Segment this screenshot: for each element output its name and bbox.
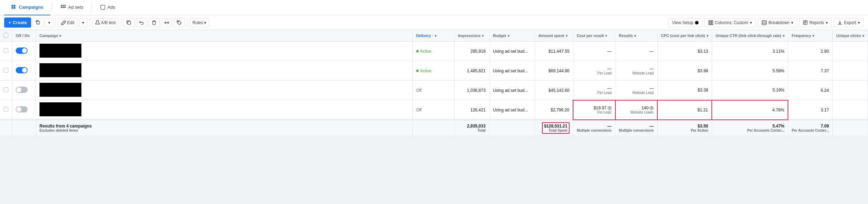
view-setup-button[interactable]: View Setup bbox=[668, 18, 702, 27]
export-button[interactable]: Export ▾ bbox=[834, 18, 864, 27]
row1-toggle-switch[interactable] bbox=[16, 48, 28, 54]
ads-icon bbox=[100, 5, 105, 10]
tag-button[interactable] bbox=[174, 18, 185, 27]
summary-freq-sub: Per Accounts Center... bbox=[792, 129, 829, 132]
row2-cpc: $3.98 bbox=[657, 61, 712, 81]
col-frequency[interactable]: Frequency ▾ bbox=[788, 30, 832, 42]
reports-label: Reports bbox=[809, 20, 824, 25]
row3-toggle[interactable] bbox=[12, 81, 36, 100]
summary-amount-sub: Total Spent bbox=[544, 129, 567, 132]
columns-button[interactable]: Columns: Custom ▾ bbox=[704, 18, 756, 27]
col-amount-spent[interactable]: Amount spent ▾ bbox=[535, 30, 573, 42]
row2-campaign-image bbox=[39, 63, 81, 77]
col-delivery[interactable]: Delivery ↑ ▾ bbox=[412, 30, 454, 42]
col-unique-clicks[interactable]: Unique clicks ▾ bbox=[833, 30, 868, 42]
summary-cost-val: — bbox=[607, 124, 612, 129]
select-all-checkbox[interactable] bbox=[3, 33, 8, 38]
copy-button[interactable] bbox=[123, 18, 135, 27]
info-icon-2 bbox=[650, 106, 653, 110]
summary-checkbox bbox=[0, 120, 12, 136]
plus-icon: + bbox=[8, 20, 11, 25]
svg-rect-1 bbox=[14, 5, 15, 7]
col-impressions[interactable]: Impressions ▾ bbox=[454, 30, 489, 42]
flask-icon bbox=[95, 20, 100, 25]
toolbar: + Create ▾ Edit ▾ A/B test bbox=[0, 15, 868, 30]
impressions-col-arrow: ▾ bbox=[482, 34, 484, 38]
row2-toggle[interactable] bbox=[12, 61, 36, 81]
row4-ctr-val: 4.78% bbox=[772, 108, 784, 112]
row4-checkbox-input[interactable] bbox=[3, 107, 8, 112]
breakdown-button[interactable]: Breakdown ▾ bbox=[758, 18, 797, 27]
nav-tab-ads[interactable]: Ads bbox=[93, 0, 122, 15]
row4-toggle-switch[interactable] bbox=[16, 106, 28, 112]
grid-icon bbox=[11, 5, 17, 10]
row1-impressions-val: 285,918 bbox=[470, 49, 485, 54]
summary-amount-val: $128,531.21 bbox=[544, 124, 567, 129]
row1-budget: Using ad set bud... bbox=[489, 42, 535, 61]
download-icon bbox=[838, 20, 842, 25]
active-dot-2 bbox=[416, 70, 419, 72]
abtest-button[interactable]: A/B test bbox=[92, 18, 119, 27]
create-button[interactable]: + Create bbox=[4, 17, 31, 28]
duplicate-button[interactable] bbox=[32, 18, 44, 27]
reports-button[interactable]: Reports ▾ bbox=[799, 18, 832, 27]
summary-amount: $128,531.21 Total Spent bbox=[535, 120, 573, 136]
move-button[interactable] bbox=[161, 18, 172, 27]
row1-results: — bbox=[615, 42, 657, 61]
col-cost-per-result[interactable]: Cost per result ▾ bbox=[573, 30, 615, 42]
export-label: Export bbox=[844, 20, 856, 25]
dropdown-button-1[interactable]: ▾ bbox=[45, 18, 53, 27]
svg-rect-17 bbox=[712, 21, 713, 25]
ctr-col-arrow: ▾ bbox=[783, 34, 784, 38]
row1-campaign bbox=[36, 42, 413, 61]
row2-results-val: — bbox=[650, 66, 654, 71]
row1-toggle[interactable] bbox=[12, 42, 36, 61]
trash-icon bbox=[152, 20, 157, 25]
toolbar-sep-1 bbox=[56, 19, 56, 27]
row1-checkbox-input[interactable] bbox=[3, 48, 8, 53]
row4-campaign-image bbox=[39, 102, 81, 116]
impressions-header: Impressions bbox=[458, 34, 481, 38]
svg-rect-9 bbox=[64, 7, 66, 8]
row4-clicks bbox=[833, 100, 868, 120]
nav-tab-campaigns[interactable]: Campaigns bbox=[4, 0, 50, 15]
row2-toggle-switch[interactable] bbox=[16, 67, 28, 73]
row2-cost-val: — bbox=[607, 66, 612, 71]
row2-amount-val: $69,144.86 bbox=[549, 68, 570, 73]
tag-icon bbox=[177, 20, 182, 25]
row3-checkbox-input[interactable] bbox=[3, 87, 8, 92]
unique-clicks-header: Unique clicks bbox=[836, 34, 861, 38]
col-campaign[interactable]: Campaign ▾ bbox=[36, 30, 413, 42]
delete-button[interactable] bbox=[149, 18, 160, 27]
edit-button[interactable]: Edit bbox=[58, 18, 78, 27]
row2-checkbox-input[interactable] bbox=[3, 68, 8, 73]
row3-campaign-image bbox=[39, 83, 81, 97]
columns-label: Columns: Custom bbox=[715, 20, 748, 25]
row2-amount: $69,144.86 bbox=[535, 61, 573, 81]
row4-toggle[interactable] bbox=[12, 100, 36, 120]
col-cpc[interactable]: CPC (cost per link click) ▾ bbox=[657, 30, 712, 42]
row1-delivery-label: Active bbox=[420, 49, 432, 54]
reports-icon bbox=[803, 20, 808, 25]
col-unique-ctr[interactable]: Unique CTR (link click-through rate) ▾ bbox=[712, 30, 788, 42]
budget-col-arrow: ▾ bbox=[508, 34, 509, 38]
summary-cpc: $3.50 Per Action bbox=[657, 120, 712, 136]
summary-cpc-sub: Per Action bbox=[661, 129, 708, 132]
row2-delivery: Active bbox=[412, 61, 454, 81]
row2-campaign bbox=[36, 61, 413, 81]
row4-status: Off bbox=[416, 108, 422, 112]
col-results[interactable]: Results ▾ bbox=[615, 30, 657, 42]
rules-button[interactable]: Rules ▾ bbox=[189, 18, 210, 27]
nav-tab-adsets[interactable]: Ad sets bbox=[53, 0, 90, 15]
col-budget[interactable]: Budget ▾ bbox=[489, 30, 535, 42]
row2-impressions-val: 1,485,821 bbox=[467, 68, 485, 73]
row4-cost: $19.97 Per Lead bbox=[573, 100, 615, 120]
row3-toggle-switch[interactable] bbox=[16, 87, 28, 93]
row3-checkbox bbox=[0, 81, 12, 100]
edit-dropdown-button[interactable]: ▾ bbox=[79, 18, 87, 27]
row2-checkbox bbox=[0, 61, 12, 81]
row4-amount: $2,796.20 bbox=[535, 100, 573, 120]
delivery-header: Delivery bbox=[416, 34, 431, 38]
undo-button[interactable] bbox=[136, 18, 147, 27]
row3-amount: $45,142.60 bbox=[535, 81, 573, 100]
